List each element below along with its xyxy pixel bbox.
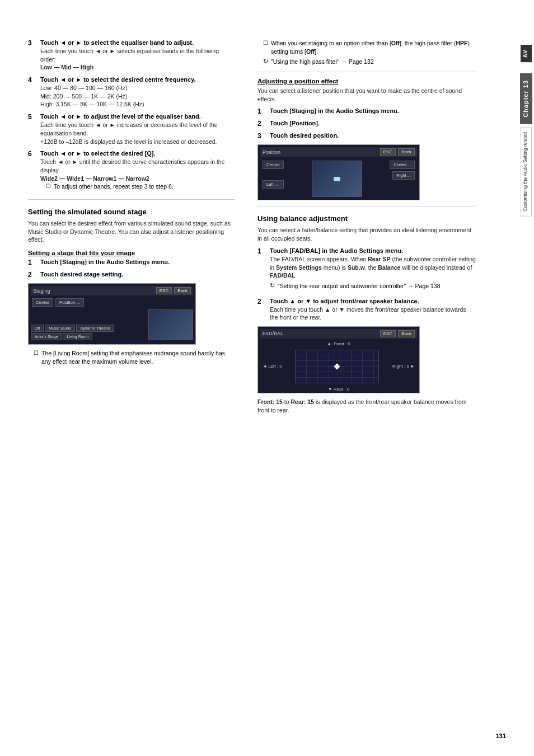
page-container: 3 Touch ◄ or ► to select the equaliser b…	[0, 0, 534, 756]
page-number: 131	[496, 732, 506, 739]
section-balance-title: Using balance adjustment	[257, 214, 476, 223]
checkbox-icon: ☐	[46, 183, 51, 189]
customising-tab: Customising the Audio Setting related	[521, 127, 532, 217]
pos-left-cells: Center Left ...	[263, 161, 284, 195]
step-6: 6 Touch ◄ or ► to select the desired [Q]…	[28, 150, 235, 194]
bal-step-1-title: Touch [FAD/BAL] in the Audio Settings me…	[270, 247, 476, 254]
pos-step-1: 1 Touch [Staging] in the Audio Settings …	[257, 107, 476, 115]
step-5-body: Each time you touch ◄ or ► increases or …	[40, 121, 235, 145]
fadbal-screen: FAD/BAL ESC Back ▲ Front : 0 ◄ Left : 0 …	[257, 326, 420, 393]
bal-step-2-num: 2	[257, 298, 268, 306]
step-6-note: ☐ To adjust other bands, repeat step 3 t…	[46, 182, 235, 191]
up-arrow-icon: ▲	[327, 341, 331, 346]
back-button[interactable]: Back	[174, 287, 191, 294]
arrow-icon: ↻	[263, 58, 268, 65]
fadbal-right-label: Right : 0 ►	[392, 364, 415, 369]
pos-screen-top-bar: Position ESC Back	[260, 147, 417, 157]
bal-step-1-content: Touch [FAD/BAL] in the Audio Settings me…	[270, 247, 476, 293]
pos-right-cells: Center ... Right ...	[390, 161, 415, 195]
car-interior-image	[148, 309, 193, 340]
fadbal-rear-text: ▼ Rear : 0	[328, 387, 350, 392]
fadbal-left-label: ◄ Left : 0	[263, 364, 282, 369]
bal-step-2-title: Touch ▲ or ▼ to adjust front/rear speake…	[270, 298, 476, 304]
step-6-title: Touch ◄ or ► to select the desired [Q].	[40, 150, 235, 157]
checkbox-icon-2: ☐	[34, 350, 39, 356]
pos-esc-button[interactable]: ESC	[380, 148, 396, 156]
step-3-content: Touch ◄ or ► to select the equaliser ban…	[40, 39, 235, 72]
pos-step-2-title: Touch [Position].	[270, 120, 476, 126]
pos-step-2-content: Touch [Position].	[270, 120, 476, 128]
chapter-tab: Chapter 13	[520, 73, 532, 124]
sub-section-stage-title: Setting a stage that fits your image	[28, 250, 235, 256]
position-screen: Position ESC Back Center Left ... Center…	[257, 144, 420, 200]
pos-car-image	[312, 161, 362, 197]
pos-step-2-num: 2	[257, 120, 268, 128]
screen-top-bar: Staging ESC Back	[31, 286, 193, 295]
living-room-note: ☐ The [Living Room] setting that emphasi…	[34, 349, 235, 365]
bal-step-2: 2 Touch ▲ or ▼ to adjust front/rear spea…	[257, 298, 476, 322]
section-divider	[28, 199, 235, 200]
left-column: 3 Touch ◄ or ► to select the equaliser b…	[0, 22, 246, 734]
right-column: ☐ When you set staging to an option othe…	[246, 22, 504, 734]
fadbal-middle-row: ◄ Left : 0 Right : 0 ►	[260, 348, 417, 386]
bal-step-2-content: Touch ▲ or ▼ to adjust front/rear speake…	[270, 298, 476, 322]
living-room-cell[interactable]: Living Room	[63, 333, 92, 340]
step-4-number: 4	[28, 76, 38, 84]
fadbal-top-buttons: ESC Back	[380, 330, 415, 337]
pos-center-cell[interactable]: Center	[263, 161, 284, 169]
divider-2	[257, 72, 476, 72]
sim-step-1-title: Touch [Staging] in the Audio Settings me…	[40, 259, 235, 265]
note-hpf-text: When you set staging to an option other …	[271, 39, 476, 55]
pos-step-3-content: Touch desired position.	[270, 132, 476, 140]
pos-screen-label: Position	[263, 149, 280, 155]
step-4-content: Touch ◄ or ► to select the desired centr…	[40, 76, 235, 109]
step-5-number: 5	[28, 113, 38, 121]
actors-stage-cell[interactable]: Actor's Stage	[31, 333, 62, 340]
fadbal-caption: Front: 15 to Rear: 15 is displayed as th…	[257, 398, 476, 414]
screen-body: Off Music Studio Dynamic Theatre Actor's…	[31, 309, 193, 340]
step-5-content: Touch ◄ or ► to adjust the level of the …	[40, 113, 235, 145]
pos-step-2: 2 Touch [Position].	[257, 120, 476, 128]
step-5: 5 Touch ◄ or ► to adjust the level of th…	[28, 113, 235, 145]
esc-button[interactable]: ESC	[156, 287, 172, 294]
step-3: 3 Touch ◄ or ► to select the equaliser b…	[28, 39, 235, 72]
center-cell[interactable]: Center	[32, 298, 53, 307]
staging-screen: Staging ESC Back Center Position ... Off…	[28, 283, 196, 345]
divider-3	[257, 206, 476, 206]
screen-top-cells: Center Position ...	[31, 297, 193, 308]
fadbal-back-button[interactable]: Back	[398, 330, 415, 337]
fadbal-esc-button[interactable]: ESC	[380, 330, 396, 337]
section-balance-intro: You can select a fader/balance setting t…	[257, 226, 476, 242]
pos-left-cell[interactable]: Left ...	[263, 180, 284, 189]
screen-label-staging: Staging	[33, 288, 50, 294]
pos-step-1-content: Touch [Staging] in the Audio Settings me…	[270, 107, 476, 115]
sim-step-2-content: Touch desired stage setting.	[40, 271, 235, 279]
step-4-title: Touch ◄ or ► to select the desired centr…	[40, 76, 235, 83]
fadbal-top-bar: FAD/BAL ESC Back	[260, 329, 417, 339]
step-3-title: Touch ◄ or ► to select the equaliser ban…	[40, 39, 235, 46]
fadbal-label: FAD/BAL	[263, 331, 283, 336]
sim-step-2-num: 2	[28, 271, 38, 279]
off-cell[interactable]: Off	[31, 325, 44, 332]
section-simulated-title: Setting the simulated sound stage	[28, 208, 235, 216]
pos-screen-top-buttons: ESC Back	[380, 148, 415, 156]
pos-center-dot-cell[interactable]: Center ...	[390, 161, 415, 169]
pos-right-cell[interactable]: Right ...	[392, 171, 415, 180]
av-tab: AV	[521, 45, 532, 62]
step-6-number: 6	[28, 150, 38, 158]
step-4: 4 Touch ◄ or ► to select the desired cen…	[28, 76, 235, 109]
screen-top-buttons: ESC Back	[156, 287, 191, 294]
sim-step-2-title: Touch desired stage setting.	[40, 271, 235, 278]
music-studio-cell[interactable]: Music Studio	[45, 325, 75, 332]
note-hpf-off: ☐ When you set staging to an option othe…	[263, 39, 476, 55]
pos-back-button[interactable]: Back	[398, 148, 415, 156]
sim-step-1: 1 Touch [Staging] in the Audio Settings …	[28, 259, 235, 266]
position-cell[interactable]: Position ...	[55, 298, 84, 307]
section-position-intro: You can select a listener position that …	[257, 87, 476, 103]
dynamic-theatre-cell[interactable]: Dynamic Theatre	[76, 325, 114, 332]
step-6-body: Touch ◄ or ► until the desired the curve…	[40, 158, 235, 182]
pos-step-1-title: Touch [Staging] in the Audio Settings me…	[270, 107, 476, 114]
sim-step-1-content: Touch [Staging] in the Audio Settings me…	[40, 259, 235, 266]
fadbal-grid	[295, 350, 379, 383]
bal-step-1-note: ↻ "Setting the rear output and subwoofer…	[270, 282, 476, 290]
